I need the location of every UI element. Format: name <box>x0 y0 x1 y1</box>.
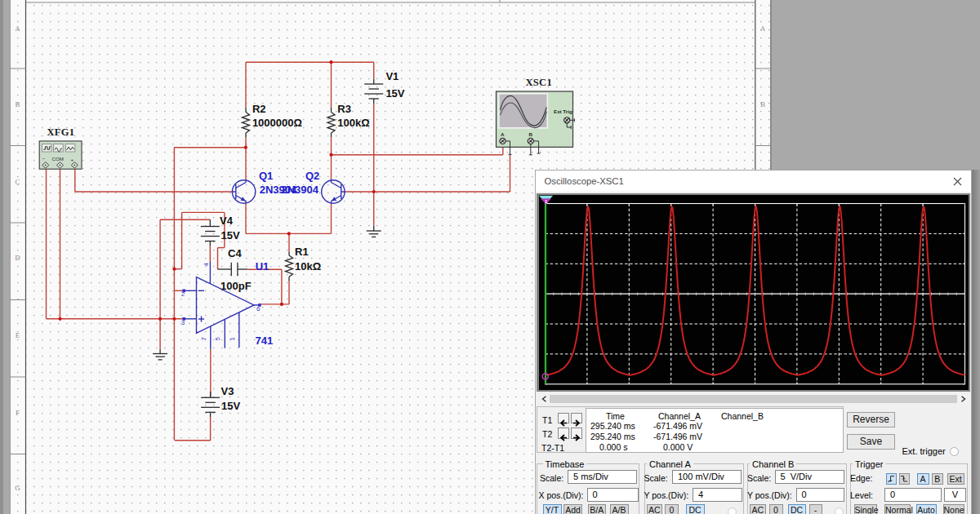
svg-text:V1: V1 <box>385 70 399 82</box>
svg-text:1000000Ω: 1000000Ω <box>252 117 302 129</box>
svg-text:R3: R3 <box>337 103 351 115</box>
svg-text:100kΩ: 100kΩ <box>337 117 369 129</box>
svg-text:F: F <box>16 409 20 417</box>
svg-text:C: C <box>15 178 20 186</box>
svg-text:2: 2 <box>181 290 185 298</box>
svg-text:15V: 15V <box>385 87 404 100</box>
svg-text:R2: R2 <box>252 103 266 115</box>
svg-text:4: 4 <box>203 263 210 267</box>
svg-text:Ext Trig: Ext Trig <box>554 109 572 114</box>
svg-text:B: B <box>15 100 20 109</box>
svg-text:2N3904: 2N3904 <box>282 184 319 196</box>
svg-text:B: B <box>760 100 765 109</box>
svg-text:1: 1 <box>229 337 236 341</box>
svg-text:15V: 15V <box>221 229 240 241</box>
svg-text:U1: U1 <box>256 260 270 273</box>
svg-text:+: + <box>71 157 74 162</box>
svg-text:E: E <box>16 331 20 339</box>
svg-text:R1: R1 <box>295 246 309 258</box>
svg-text:741: 741 <box>256 335 274 347</box>
svg-text:C4: C4 <box>228 247 242 259</box>
svg-text:COM: COM <box>52 156 64 162</box>
svg-text:A: A <box>15 24 20 33</box>
svg-text:10kΩ: 10kΩ <box>295 260 321 273</box>
svg-text:6: 6 <box>256 305 261 312</box>
svg-text:Q1: Q1 <box>259 170 273 182</box>
svg-text:15V: 15V <box>221 400 240 412</box>
svg-text:−: − <box>42 156 46 162</box>
svg-text:XSC1: XSC1 <box>526 77 552 88</box>
svg-text:G: G <box>15 484 20 492</box>
svg-text:A: A <box>760 24 766 33</box>
svg-text:5: 5 <box>214 337 221 341</box>
svg-text:D: D <box>15 254 20 262</box>
svg-text:V3: V3 <box>221 385 234 397</box>
svg-text:3: 3 <box>181 319 185 326</box>
svg-text:100pF: 100pF <box>220 280 252 292</box>
svg-text:XFG1: XFG1 <box>47 126 75 138</box>
svg-text:B: B <box>529 131 533 137</box>
svg-text:Q2: Q2 <box>305 170 319 182</box>
svg-text:7: 7 <box>200 337 207 341</box>
svg-text:V4: V4 <box>220 215 234 227</box>
svg-text:A: A <box>501 131 505 137</box>
